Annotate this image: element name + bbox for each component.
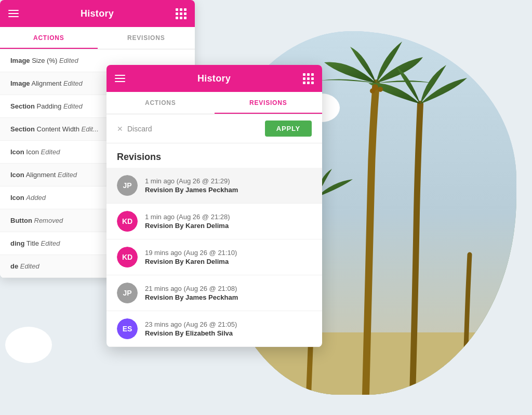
revision-item-2[interactable]: KD 19 mins ago (Aug 26 @ 21:10) Revision… <box>107 239 322 275</box>
tab-revisions-front[interactable]: REVISIONS <box>215 92 323 114</box>
revision-info-0: 1 min ago (Aug 26 @ 21:29) Revision By J… <box>145 177 312 194</box>
avatar-elizabeth-silva: ES <box>117 318 138 339</box>
avatar-james-peckham-2: JP <box>117 283 138 303</box>
revision-name-3: Revision By James Peckham <box>145 293 312 301</box>
revision-info-1: 1 min ago (Aug 26 @ 21:28) Revision By K… <box>145 213 312 230</box>
revision-info-3: 21 mins ago (Aug 26 @ 21:08) Revision By… <box>145 285 312 301</box>
tab-revisions-back[interactable]: REVISIONS <box>98 27 195 49</box>
revision-name-2: Revision By Karen Delima <box>145 258 312 265</box>
panel-front: History ACTIONS REVISIONS ✕ Discard APPL… <box>107 65 322 347</box>
revision-info-2: 19 mins ago (Aug 26 @ 21:10) Revision By… <box>145 249 312 265</box>
avatar-karen-delima-2: KD <box>117 247 138 267</box>
revision-info-4: 23 mins ago (Aug 26 @ 21:05) Revision By… <box>145 320 312 337</box>
revision-name-4: Revision By Elizabeth Silva <box>145 329 312 337</box>
panel-front-title: History <box>197 73 231 84</box>
hamburger-icon[interactable] <box>8 10 19 17</box>
tab-actions-back[interactable]: ACTIONS <box>0 27 98 49</box>
revision-name-1: Revision By Karen Delima <box>145 222 312 230</box>
revision-item-1[interactable]: KD 1 min ago (Aug 26 @ 21:28) Revision B… <box>107 204 322 239</box>
action-bar: ✕ Discard APPLY <box>107 114 322 143</box>
hamburger-icon-front[interactable] <box>115 75 125 82</box>
revision-item-4[interactable]: ES 23 mins ago (Aug 26 @ 21:05) Revision… <box>107 311 322 347</box>
panel-back-header: History <box>0 0 195 27</box>
avatar-karen-delima-1: KD <box>117 211 138 232</box>
revision-item-3[interactable]: JP 21 mins ago (Aug 26 @ 21:08) Revision… <box>107 275 322 311</box>
svg-point-4 <box>370 88 375 93</box>
discard-button[interactable]: ✕ Discard <box>117 125 152 133</box>
avatar-james-peckham-1: JP <box>117 175 138 196</box>
panel-back-tabs: ACTIONS REVISIONS <box>0 27 195 49</box>
grid-icon-front[interactable] <box>303 73 314 84</box>
panel-front-header: History <box>107 65 322 92</box>
revision-time-3: 21 mins ago (Aug 26 @ 21:08) <box>145 285 312 292</box>
panel-back-title: History <box>81 8 114 19</box>
revision-time-1: 1 min ago (Aug 26 @ 21:28) <box>145 213 312 221</box>
revision-name-0: Revision By James Peckham <box>145 186 312 194</box>
x-icon: ✕ <box>117 125 123 133</box>
discard-label: Discard <box>127 125 152 133</box>
grid-icon[interactable] <box>176 8 187 19</box>
revision-item-0[interactable]: JP 1 min ago (Aug 26 @ 21:29) Revision B… <box>107 168 322 204</box>
svg-point-3 <box>378 87 383 92</box>
tab-actions-front[interactable]: ACTIONS <box>107 92 215 114</box>
revision-time-4: 23 mins ago (Aug 26 @ 21:05) <box>145 320 312 328</box>
revisions-title: Revisions <box>107 143 322 168</box>
revision-time-0: 1 min ago (Aug 26 @ 21:29) <box>145 177 312 185</box>
apply-button[interactable]: APPLY <box>265 121 312 137</box>
panel-front-tabs: ACTIONS REVISIONS <box>107 92 322 114</box>
revision-time-2: 19 mins ago (Aug 26 @ 21:10) <box>145 249 312 257</box>
revisions-list: JP 1 min ago (Aug 26 @ 21:29) Revision B… <box>107 168 322 347</box>
cloud-blob-bottom <box>5 327 52 363</box>
